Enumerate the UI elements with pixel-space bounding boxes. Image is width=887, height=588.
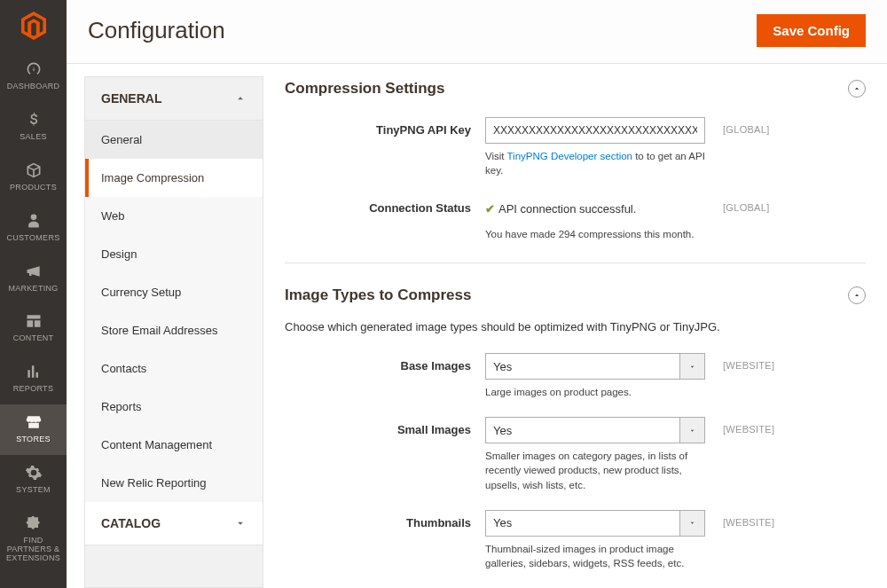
field-label: TinyPNG API Key (285, 117, 485, 137)
nav-label: SYSTEM (16, 486, 51, 495)
save-config-button[interactable]: Save Config (757, 14, 866, 47)
side-item-email[interactable]: Store Email Addresses (85, 311, 263, 349)
nav-label: MARKETING (8, 285, 58, 294)
nav-customers[interactable]: CUSTOMERS (0, 203, 67, 254)
nav-label: STORES (16, 435, 51, 444)
person-icon (25, 212, 43, 230)
nav-label: DASHBOARD (7, 82, 60, 91)
tinypng-dev-link[interactable]: TinyPNG Developer section (507, 151, 632, 161)
config-sidebar: GENERAL General Image Compression Web De… (84, 76, 263, 588)
side-item-web[interactable]: Web (85, 197, 263, 235)
field-label: Thumbnails (285, 510, 485, 529)
page-title: Configuration (88, 17, 225, 44)
scope-label: [WEBSITE] (723, 510, 803, 528)
field-note: Large images on product pages. (485, 385, 705, 399)
field-small-images: Small Images Yes Smaller images on categ… (285, 413, 866, 506)
section-compression-settings: Compression Settings TinyPNG API Key Vis… (285, 76, 866, 255)
scope-label: [WEBSITE] (723, 417, 803, 435)
config-panel: Compression Settings TinyPNG API Key Vis… (285, 76, 869, 588)
side-item-contacts[interactable]: Contacts (85, 349, 263, 388)
nav-products[interactable]: PRODUCTS (0, 153, 67, 203)
nav-label: PRODUCTS (10, 184, 57, 192)
field-label: Base Images (285, 353, 485, 372)
chevron-down-icon (680, 510, 705, 537)
side-group-catalog[interactable]: CATALOG (85, 502, 263, 545)
select-value: Yes (485, 417, 680, 443)
nav-reports[interactable]: REPORTS (0, 354, 67, 404)
field-note: Visit TinyPNG Developer section to to ge… (485, 149, 705, 177)
section-title: Image Types to Compress (285, 286, 471, 304)
side-item-currency[interactable]: Currency Setup (85, 273, 263, 311)
status-text: ✔ API connection successful. (485, 195, 705, 222)
side-item-image-compression[interactable]: Image Compression (85, 159, 263, 197)
field-connection-status: Connection Status ✔ API connection succe… (285, 192, 866, 255)
nav-dashboard[interactable]: DASHBOARD (0, 51, 67, 102)
chevron-down-icon (234, 517, 247, 529)
section-toggle-image-types[interactable]: Image Types to Compress (285, 283, 866, 320)
nav-system[interactable]: SYSTEM (0, 455, 67, 506)
gauge-icon (25, 60, 43, 78)
nav-label: CONTENT (13, 334, 54, 343)
nav-label: REPORTS (13, 385, 53, 394)
select-value: Yes (485, 353, 680, 380)
small-images-select[interactable]: Yes (485, 417, 705, 443)
nav-stores[interactable]: STORES (0, 404, 67, 455)
magento-logo (0, 0, 67, 51)
field-label: Connection Status (285, 195, 485, 215)
layout-icon (25, 312, 43, 330)
field-base-images: Base Images Yes Large images on product … (285, 349, 866, 413)
thumbnails-select[interactable]: Yes (485, 510, 705, 537)
megaphone-icon (25, 263, 43, 280)
collapse-icon (848, 286, 866, 304)
field-swatches: Swatches Yes Small images used to select… (285, 584, 866, 588)
field-note: Smaller images on category pages, in lis… (485, 449, 705, 491)
section-divider (285, 263, 866, 263)
field-note: Thumbnail-sized images in product image … (485, 542, 705, 570)
check-icon: ✔ (485, 202, 495, 216)
section-toggle-compression[interactable]: Compression Settings (285, 76, 866, 114)
puzzle-icon (25, 514, 43, 532)
select-value: Yes (485, 510, 680, 537)
section-image-types: Image Types to Compress Choose which gen… (285, 283, 866, 588)
field-label: Small Images (285, 417, 485, 436)
side-group-label: GENERAL (101, 91, 161, 106)
section-description: Choose which generated image types shoul… (285, 320, 866, 333)
scope-label: [GLOBAL] (723, 195, 803, 213)
chart-icon (25, 363, 43, 380)
nav-partners[interactable]: FIND PARTNERS & EXTENSIONS (0, 506, 67, 574)
side-group-label: CATALOG (101, 516, 161, 530)
field-note: You have made 294 compressions this mont… (485, 227, 705, 241)
nav-content[interactable]: CONTENT (0, 303, 67, 354)
chevron-down-icon (680, 417, 705, 443)
scope-label: [WEBSITE] (723, 353, 803, 371)
side-item-content-mgmt[interactable]: Content Management (85, 426, 263, 464)
section-title: Compression Settings (285, 80, 444, 98)
side-item-newrelic[interactable]: New Relic Reporting (85, 464, 263, 502)
gear-icon (25, 464, 43, 482)
nav-label: FIND PARTNERS & EXTENSIONS (3, 537, 64, 563)
field-api-key: TinyPNG API Key Visit TinyPNG Developer … (285, 114, 866, 192)
store-icon (25, 413, 43, 431)
field-thumbnails: Thumbnails Yes Thumbnail-sized images in… (285, 506, 866, 584)
chevron-down-icon (680, 353, 705, 380)
nav-label: CUSTOMERS (6, 234, 59, 243)
page-header: Configuration Save Config (67, 0, 887, 64)
base-images-select[interactable]: Yes (485, 353, 705, 380)
dollar-icon (25, 111, 43, 129)
collapse-icon (848, 80, 866, 98)
admin-nav: DASHBOARD SALES PRODUCTS CUSTOMERS MARKE… (0, 0, 67, 588)
api-key-input[interactable] (485, 117, 705, 144)
side-group-general[interactable]: GENERAL (85, 77, 263, 121)
box-icon (25, 161, 43, 179)
nav-label: SALES (20, 133, 47, 142)
chevron-up-icon (234, 92, 247, 105)
side-item-general[interactable]: General (85, 121, 263, 159)
side-item-reports[interactable]: Reports (85, 388, 263, 426)
side-item-design[interactable]: Design (85, 235, 263, 273)
nav-marketing[interactable]: MARKETING (0, 254, 67, 304)
nav-sales[interactable]: SALES (0, 102, 67, 153)
scope-label: [GLOBAL] (723, 117, 803, 135)
